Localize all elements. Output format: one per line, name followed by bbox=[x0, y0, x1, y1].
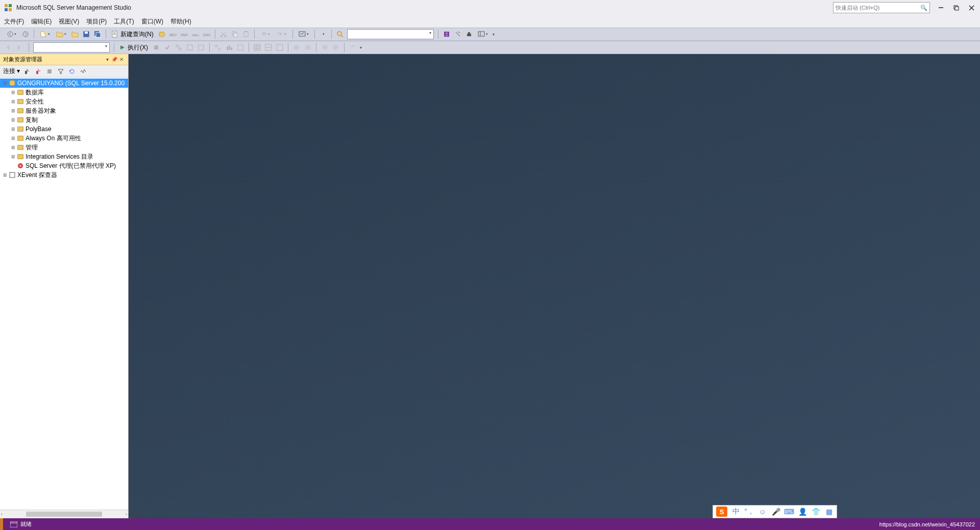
activity-monitor-button[interactable] bbox=[296, 29, 311, 39]
filter-icon[interactable] bbox=[57, 67, 65, 75]
tree-node-always-on[interactable]: ⊞ Always On 高可用性 bbox=[0, 134, 128, 143]
script-xmla-button[interactable]: XMLA bbox=[190, 29, 201, 39]
menu-view[interactable]: 视图(V) bbox=[59, 17, 79, 26]
ime-keyboard-icon[interactable]: ⌨ bbox=[785, 507, 794, 516]
tree-node-integration[interactable]: ⊞ Integration Services 目录 bbox=[0, 152, 128, 161]
search-icon[interactable]: 🔍 bbox=[920, 5, 927, 11]
panel-dropdown-icon[interactable]: ▾ bbox=[104, 57, 111, 62]
ime-user-icon[interactable]: 👤 bbox=[798, 507, 807, 516]
tree-node-management[interactable]: ⊞ 管理 bbox=[0, 143, 128, 152]
ime-face-icon[interactable]: ☺ bbox=[758, 507, 767, 516]
tree-node-xevent[interactable]: ⊞ XEvent 探查器 bbox=[0, 170, 128, 180]
activity-icon[interactable] bbox=[79, 67, 87, 75]
menu-edit[interactable]: 编辑(E) bbox=[31, 17, 52, 26]
pin-icon[interactable]: 📌 bbox=[111, 57, 118, 62]
expand-icon[interactable]: ⊞ bbox=[10, 90, 16, 95]
refresh-icon[interactable] bbox=[68, 67, 76, 75]
menu-tools[interactable]: 工具(T) bbox=[114, 17, 134, 26]
comment-button bbox=[291, 42, 302, 53]
tree-server-root[interactable]: ⊟ GONGRUIYANG (SQL Server 15.0.200 bbox=[0, 79, 128, 88]
registered-servers-button[interactable] bbox=[464, 29, 474, 39]
svg-rect-39 bbox=[179, 48, 181, 50]
options-button[interactable] bbox=[318, 29, 328, 39]
menu-window[interactable]: 窗口(W) bbox=[141, 17, 163, 26]
tree-node-polybase[interactable]: ⊞ PolyBase bbox=[0, 124, 128, 134]
expand-icon bbox=[10, 163, 16, 168]
expand-icon[interactable]: ⊞ bbox=[2, 172, 8, 178]
save-all-button[interactable] bbox=[92, 29, 103, 39]
expand-icon[interactable]: ⊞ bbox=[10, 127, 16, 132]
server-icon bbox=[8, 80, 16, 87]
scroll-thumb[interactable] bbox=[26, 512, 102, 517]
expand-icon[interactable]: ⊞ bbox=[10, 108, 16, 113]
results-text-button bbox=[263, 42, 274, 53]
script-dmx-button[interactable]: DMX bbox=[179, 29, 189, 39]
results-file-button bbox=[275, 42, 285, 53]
layout-button[interactable] bbox=[475, 29, 491, 39]
ime-zhong-icon[interactable]: 中 bbox=[731, 507, 741, 516]
collapse-icon[interactable]: ⊟ bbox=[2, 81, 8, 86]
object-explorer-scrollbar[interactable]: ‹ › bbox=[0, 510, 128, 518]
menu-project[interactable]: 项目(P) bbox=[86, 17, 107, 26]
find-button[interactable] bbox=[335, 29, 345, 39]
tree-node-databases[interactable]: ⊞ 数据库 bbox=[0, 88, 128, 97]
expand-icon[interactable]: ⊞ bbox=[10, 145, 16, 150]
script-dax-button[interactable]: DAX bbox=[202, 29, 212, 39]
quick-launch-box[interactable]: 🔍 bbox=[833, 2, 930, 13]
connect-server-button[interactable] bbox=[442, 29, 452, 39]
folder-icon bbox=[16, 98, 24, 105]
expand-icon[interactable]: ⊞ bbox=[10, 154, 16, 159]
sql-toolbar-overflow-icon[interactable]: ▾ bbox=[359, 45, 363, 50]
find-combo[interactable] bbox=[347, 29, 434, 39]
ime-skin-icon[interactable]: 👕 bbox=[811, 507, 820, 516]
panel-close-icon[interactable]: ✕ bbox=[118, 57, 125, 62]
execute-button: 执行(X) bbox=[117, 42, 150, 53]
object-explorer-title: 对象资源管理器 bbox=[3, 56, 104, 63]
open-file-button[interactable] bbox=[54, 29, 69, 39]
menu-help[interactable]: 帮助(H) bbox=[170, 17, 191, 26]
tool2-button[interactable] bbox=[453, 29, 463, 39]
disconnect-icon[interactable] bbox=[34, 67, 42, 75]
expand-icon[interactable]: ⊞ bbox=[10, 117, 16, 122]
close-button[interactable] bbox=[967, 3, 976, 12]
toolbar-overflow-icon[interactable]: ▾ bbox=[492, 32, 496, 37]
ime-mic-icon[interactable]: 🎤 bbox=[771, 507, 780, 516]
quick-launch-input[interactable] bbox=[836, 5, 920, 11]
open-folder-button[interactable] bbox=[70, 29, 80, 39]
svg-rect-49 bbox=[254, 44, 260, 51]
maximize-button[interactable] bbox=[951, 3, 961, 12]
connect-dropdown[interactable]: 连接 ▾ bbox=[3, 67, 20, 75]
new-project-button[interactable] bbox=[37, 29, 53, 39]
svg-point-10 bbox=[23, 32, 28, 37]
svg-rect-1 bbox=[9, 4, 12, 7]
tree-node-sql-agent[interactable]: SQL Server 代理(已禁用代理 XP) bbox=[0, 161, 128, 170]
save-button[interactable] bbox=[81, 29, 91, 39]
connect-icon[interactable] bbox=[23, 67, 31, 75]
ime-tool-icon[interactable]: ▦ bbox=[824, 507, 834, 516]
minimize-button[interactable] bbox=[936, 3, 945, 12]
svg-text:MDX: MDX bbox=[169, 33, 177, 37]
sogou-icon[interactable]: S bbox=[716, 507, 727, 517]
scroll-left-icon[interactable]: ‹ bbox=[1, 512, 3, 517]
script-mdx-button[interactable]: MDX bbox=[168, 29, 178, 39]
ime-toolbar[interactable]: S 中 °， ☺ 🎤 ⌨ 👤 👕 ▦ bbox=[713, 505, 837, 518]
script-db-button[interactable] bbox=[157, 29, 167, 39]
svg-rect-47 bbox=[231, 47, 232, 50]
expand-icon[interactable]: ⊞ bbox=[10, 136, 16, 141]
tree-node-security[interactable]: ⊞ 安全性 bbox=[0, 97, 128, 106]
agent-icon bbox=[16, 162, 24, 169]
menu-file[interactable]: 文件(F) bbox=[4, 17, 24, 26]
new-query-button[interactable]: 新建查询(N) bbox=[109, 29, 156, 39]
tree-node-server-objects[interactable]: ⊞ 服务器对象 bbox=[0, 106, 128, 115]
xevent-icon bbox=[8, 171, 16, 179]
svg-rect-16 bbox=[96, 33, 101, 37]
tree-node-replication[interactable]: ⊞ 复制 bbox=[0, 115, 128, 124]
database-combo[interactable] bbox=[33, 42, 110, 53]
object-explorer-tree[interactable]: ⊟ GONGRUIYANG (SQL Server 15.0.200 ⊞ 数据库… bbox=[0, 78, 128, 510]
ime-punct-icon[interactable]: °， bbox=[745, 507, 754, 516]
expand-icon[interactable]: ⊞ bbox=[10, 99, 16, 104]
scroll-right-icon[interactable]: › bbox=[126, 512, 127, 517]
nav-forward-button[interactable] bbox=[20, 29, 31, 39]
new-query-icon bbox=[111, 31, 118, 38]
nav-back-button[interactable] bbox=[4, 29, 19, 39]
